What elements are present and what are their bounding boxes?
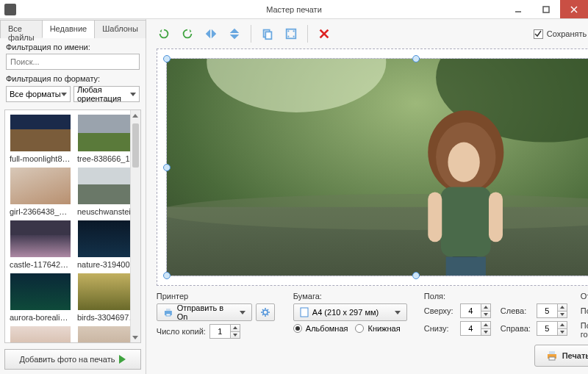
orientation-portrait[interactable]: Книжная (355, 324, 400, 333)
delete-button[interactable] (314, 24, 334, 44)
filter-name-label: Фильтрация по имени: (6, 43, 140, 51)
titlebar: Мастер печати (0, 0, 588, 19)
thumbnail-caption: girl-2366438_192... (10, 207, 71, 216)
thumbnail-item[interactable]: nature-3194001_... (77, 220, 130, 269)
svg-rect-29 (166, 314, 171, 316)
separator (307, 25, 308, 43)
printer-icon (546, 350, 558, 362)
thumbnail-scrollbar[interactable] (130, 110, 140, 342)
thumbnail-image (78, 115, 130, 151)
orientation-landscape[interactable]: Альбомная (293, 324, 348, 333)
add-photo-button[interactable]: Добавить фото на печать (4, 349, 141, 370)
scroll-thumb[interactable] (132, 123, 139, 168)
thumbnail-image (78, 273, 130, 310)
svg-rect-22 (428, 192, 442, 242)
svg-rect-41 (549, 351, 555, 354)
rotate-left-button[interactable] (154, 24, 174, 44)
thumbnail-item[interactable]: tree-838666_128... (77, 115, 130, 163)
margin-bottom-spinner[interactable] (460, 321, 491, 336)
thumbnail-image (78, 326, 130, 342)
resize-handle[interactable] (412, 55, 420, 62)
margins-label: Поля: (424, 292, 567, 301)
tab-templates[interactable]: Шаблоны (94, 20, 146, 38)
left-panel: Все файлы Недавние Шаблоны Фильтрация по… (0, 19, 146, 374)
paper-select[interactable]: A4 (210 x 297 мм) (293, 303, 407, 321)
orientation-select[interactable]: Любая ориентация (74, 86, 140, 102)
copies-label: Число копий: (157, 327, 206, 336)
svg-rect-28 (166, 309, 171, 311)
svg-rect-23 (489, 192, 503, 242)
resize-handle[interactable] (163, 164, 171, 171)
thumbnail-caption: castle-1176423_1... (10, 260, 71, 269)
thumbnail-item[interactable]: neuschwanstein-5... (77, 168, 130, 216)
photo-frame[interactable] (166, 58, 588, 276)
resize-handle[interactable] (163, 55, 171, 62)
toolbar: Сохранять пропорции фотографий (146, 19, 588, 48)
svg-point-10 (293, 36, 294, 37)
thumbnail-image (10, 326, 71, 342)
tab-recent[interactable]: Недавние (42, 20, 96, 38)
tab-all-files[interactable]: Все файлы (0, 20, 43, 38)
thumbnail-item[interactable]: castle-1176423_1... (10, 220, 71, 269)
margin-bottom-label: Снизу: (424, 324, 456, 333)
svg-point-30 (263, 310, 268, 314)
thumbnail-image (10, 220, 71, 257)
thumbnail-caption: full-moonlight8-14... (10, 154, 71, 163)
svg-rect-39 (301, 308, 308, 317)
thumbnail-caption: tree-838666_128... (77, 154, 130, 163)
margin-right-label: Справа: (501, 324, 533, 333)
gaps-label: Отступы: (581, 292, 588, 301)
resize-handle[interactable] (163, 272, 171, 279)
margin-top-spinner[interactable] (460, 303, 491, 318)
maximize-button[interactable] (532, 0, 560, 18)
arrow-right-icon (119, 355, 126, 364)
close-button[interactable] (560, 0, 588, 18)
margin-left-spinner[interactable] (537, 303, 567, 318)
scroll-up-button[interactable] (131, 110, 140, 121)
thumbnail-caption: neuschwanstein-5... (77, 207, 130, 216)
chevron-down-icon (61, 93, 67, 96)
svg-point-9 (287, 36, 289, 37)
search-input[interactable] (6, 54, 140, 70)
print-settings: Принтер Отправить в On Число копий: Бу (146, 286, 588, 342)
thumbnail-panel: full-moonlight8-14...tree-838666_128...g… (4, 109, 141, 343)
svg-point-20 (448, 143, 479, 182)
format-select[interactable]: Все форматы (6, 86, 71, 102)
svg-point-7 (287, 30, 289, 32)
copy-button[interactable] (257, 24, 278, 44)
thumbnail-item[interactable]: aurora-borealis-1... (10, 273, 71, 322)
filter-format-label: Фильтрация по формату: (6, 74, 140, 83)
photo-preview (167, 59, 588, 276)
svg-rect-1 (543, 7, 549, 12)
print-canvas[interactable] (157, 48, 588, 286)
flip-horizontal-button[interactable] (201, 24, 221, 44)
thumbnail-item[interactable]: girl-2366438_192... (10, 168, 71, 216)
resize-handle[interactable] (412, 272, 420, 279)
minimize-button[interactable] (504, 0, 532, 18)
printer-settings-button[interactable] (256, 303, 275, 321)
thumbnail-item[interactable]: birds-3304697_19... (77, 273, 130, 322)
thumbnail-image (10, 168, 71, 204)
source-tabs: Все файлы Недавние Шаблоны (0, 19, 146, 38)
right-panel: Сохранять пропорции фотографий (146, 19, 588, 374)
thumbnail-item[interactable]: full-moonlight8-14... (10, 115, 71, 163)
app-icon (4, 4, 16, 15)
scroll-down-button[interactable] (131, 332, 140, 342)
fit-button[interactable] (281, 24, 301, 44)
keep-ratio-checkbox[interactable]: Сохранять пропорции фотографий (534, 29, 588, 39)
margin-right-spinner[interactable] (537, 321, 567, 336)
thumbnail-item[interactable] (10, 326, 71, 342)
printer-select[interactable]: Отправить в On (157, 303, 252, 321)
svg-rect-6 (287, 29, 296, 39)
svg-line-36 (267, 314, 268, 316)
rotate-right-button[interactable] (177, 24, 198, 44)
copies-spinner[interactable] (209, 324, 240, 339)
thumbnail-item[interactable] (77, 326, 130, 342)
margin-top-label: Сверху: (424, 306, 456, 315)
thumbnail-caption: nature-3194001_... (77, 260, 130, 269)
thumbnail-image (78, 168, 130, 204)
flip-vertical-button[interactable] (224, 24, 245, 44)
svg-rect-42 (549, 357, 555, 360)
chevron-down-icon (240, 311, 245, 314)
print-button[interactable]: Печать (534, 345, 588, 367)
